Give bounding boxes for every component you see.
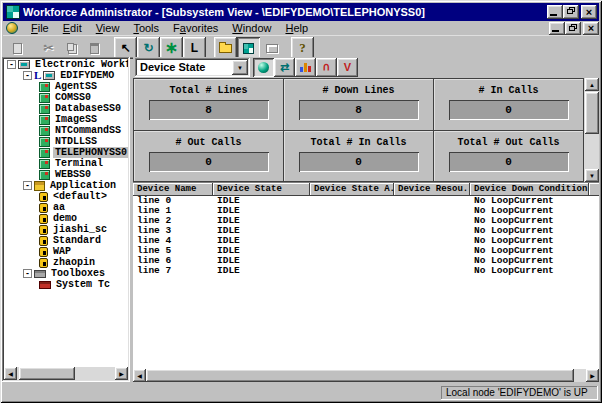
tree-node-demo[interactable]: demo [4, 213, 128, 224]
scroll-left-button[interactable]: ◀ [133, 369, 146, 382]
scroll-down-icon: ▼ [589, 173, 595, 179]
close-button[interactable]: × [581, 5, 597, 19]
scroll-down-button[interactable]: ▼ [585, 169, 599, 182]
check-view-button[interactable]: V [337, 58, 358, 77]
tree-node-terminal[interactable]: Terminal [4, 158, 128, 169]
mdi-close-button[interactable]: × [583, 22, 599, 35]
paste-button[interactable] [83, 37, 106, 59]
scroll-right-button[interactable]: ▶ [115, 367, 128, 380]
mdi-minimize-button[interactable] [549, 22, 565, 35]
scroll-up-button[interactable]: ▲ [585, 78, 599, 91]
new-button[interactable] [6, 37, 29, 59]
stat-label: Total # Lines [134, 85, 283, 96]
tree-node-comss0[interactable]: COMSS0 [4, 92, 128, 103]
pointer-mode-button[interactable]: ↖ [114, 37, 137, 59]
column-header-device-resou[interactable]: Device Resou... [394, 183, 470, 196]
monitor-view-button[interactable] [253, 58, 274, 77]
tree-node-ntcommandss[interactable]: NTCommandSS [4, 125, 128, 136]
expand-toggle[interactable]: - [7, 60, 16, 69]
tree-node-telephonyss0[interactable]: TELEPHONYSS0 [4, 147, 128, 158]
view-selector-arrow[interactable]: ▼ [232, 60, 248, 75]
table-row[interactable]: line 6IDLENo LoopCurrent [133, 256, 599, 266]
cut-button[interactable]: ✂ [37, 37, 60, 59]
table-horizontal-scrollbar[interactable]: ◀ ▶ [133, 369, 599, 382]
expand-toggle[interactable]: - [23, 71, 32, 80]
scroll-right-button[interactable]: ▶ [586, 369, 599, 382]
menu-favorites[interactable]: Favorites [166, 22, 225, 34]
label-tool-button[interactable]: L [183, 37, 206, 59]
subsystem-view-button[interactable] [237, 37, 260, 59]
tree-node-electronic-workfor[interactable]: -Electronic Workfor [4, 59, 128, 70]
computer-icon [43, 71, 55, 80]
table-row[interactable]: line 3IDLENo LoopCurrent [133, 226, 599, 236]
tree-node-wap[interactable]: WAP [4, 246, 128, 257]
tree-node-application[interactable]: -Application [4, 180, 128, 191]
tree-node-webss0[interactable]: WEBSS0 [4, 169, 128, 180]
node-prefix: L [34, 70, 41, 81]
tree-node-system-tc[interactable]: System Tc [4, 279, 128, 290]
tree-node-zhaopin[interactable]: zhaopin [4, 257, 128, 268]
tree-node-aa[interactable]: aa [4, 202, 128, 213]
stat-value-box: 0 [449, 100, 569, 120]
workflow-button[interactable]: ∗ [160, 37, 183, 59]
chart-view-button[interactable] [295, 58, 316, 77]
table-cell: IDLE [213, 196, 310, 206]
table-cell: line 1 [133, 206, 213, 216]
menu-file[interactable]: File [24, 22, 56, 34]
table-row[interactable]: line 5IDLENo LoopCurrent [133, 246, 599, 256]
table-cell: No LoopCurrent [470, 206, 589, 216]
tree-horizontal-scrollbar[interactable]: ◀ ▶ [4, 367, 128, 380]
refresh-icon: ↻ [143, 42, 153, 54]
open-folder-button[interactable] [214, 37, 237, 59]
column-header-end[interactable] [589, 183, 599, 196]
refresh-button[interactable]: ↻ [137, 37, 160, 59]
menu-edit[interactable]: Edit [56, 22, 89, 34]
tree-node-jiashi-sc[interactable]: jiashi_sc [4, 224, 128, 235]
mdi-restore-button[interactable] [565, 22, 581, 35]
help-button[interactable]: ? [291, 37, 314, 59]
table-row[interactable]: line 0IDLENo LoopCurrent [133, 196, 599, 206]
restore-icon [567, 9, 573, 14]
properties-button[interactable] [260, 37, 283, 59]
menu-tools[interactable]: Tools [126, 22, 166, 34]
restore-button[interactable] [563, 5, 579, 19]
stat-panel-out-calls: # Out Calls0 [134, 131, 284, 182]
tree-node-label: DatabaseSS0 [53, 103, 123, 114]
scissors-icon: ✂ [43, 42, 53, 54]
tree-node-toolboxes[interactable]: -Toolboxes [4, 268, 128, 279]
expand-toggle[interactable]: - [23, 269, 32, 278]
refresh-view-button[interactable]: ⇄ [274, 58, 295, 77]
tree-node-ntdllss[interactable]: NTDLLSS [4, 136, 128, 147]
minimize-button[interactable] [547, 5, 563, 19]
scroll-thumb[interactable] [19, 367, 75, 380]
magnet-view-button[interactable]: ∪ [316, 58, 337, 77]
table-row[interactable]: line 4IDLENo LoopCurrent [133, 236, 599, 246]
table-row[interactable]: line 2IDLENo LoopCurrent [133, 216, 599, 226]
menu-window[interactable]: Window [225, 22, 278, 34]
scroll-thumb[interactable] [585, 92, 599, 134]
scroll-thumb[interactable] [146, 369, 574, 382]
menu-help[interactable]: Help [278, 22, 315, 34]
document-system-icon[interactable] [6, 22, 18, 34]
minimize-icon [552, 30, 559, 32]
copy-button[interactable] [60, 37, 83, 59]
view-selector[interactable]: Device State ▼ [135, 58, 250, 77]
expand-toggle[interactable]: - [23, 181, 32, 190]
stats-vertical-scrollbar[interactable]: ▲ ▼ [584, 78, 599, 182]
tree-node-imagess[interactable]: ImageSS [4, 114, 128, 125]
column-header-device-state[interactable]: Device State [213, 183, 310, 196]
column-header-device-name[interactable]: Device Name [133, 183, 213, 196]
menu-view[interactable]: View [89, 22, 127, 34]
column-header-device-state-a[interactable]: Device State A... [310, 183, 394, 196]
tree-node-default[interactable]: <default> [4, 191, 128, 202]
scroll-left-button[interactable]: ◀ [4, 367, 17, 380]
column-header-device-down-condition[interactable]: Device Down Condition [470, 183, 589, 196]
app-icon[interactable] [6, 5, 20, 19]
application-window: Workforce Administrator - [Subsystem Vie… [0, 0, 602, 403]
tree-node-databasess0[interactable]: DatabaseSS0 [4, 103, 128, 114]
tree-node-standard[interactable]: Standard [4, 235, 128, 246]
table-row[interactable]: line 1IDLENo LoopCurrent [133, 206, 599, 216]
tree-node-agentss[interactable]: AgentSS [4, 81, 128, 92]
table-row[interactable]: line 7IDLENo LoopCurrent [133, 266, 599, 276]
tree-node-edifydemo[interactable]: -LEDIFYDEMO [4, 70, 128, 81]
